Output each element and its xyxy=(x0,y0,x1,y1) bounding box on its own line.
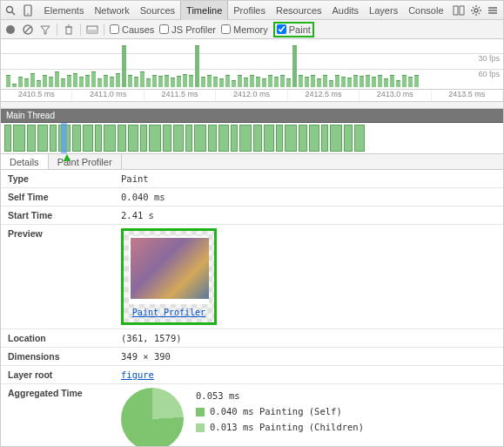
tab-profiles[interactable]: Profiles xyxy=(228,1,271,20)
timeline-ruler: 2410.5 ms2411.0 ms2411.5 ms2412.0 ms2412… xyxy=(1,89,503,101)
layerroot-label: Layer root xyxy=(8,369,121,380)
timeline-overview[interactable]: 30 fps 60 fps 2 xyxy=(1,39,503,102)
main-thread-header: Main Thread xyxy=(1,109,503,123)
layerroot-link[interactable]: figure xyxy=(121,369,154,380)
starttime-label: Start Time xyxy=(8,210,121,220)
dimensions-value: 349 × 390 xyxy=(121,351,171,362)
paint-profiler-link[interactable]: Paint Profiler xyxy=(129,308,209,317)
memory-checkbox[interactable]: Memory xyxy=(221,24,268,35)
svg-line-20 xyxy=(24,26,31,33)
clear-icon[interactable] xyxy=(22,24,34,36)
main-thread-track[interactable]: ▲ xyxy=(1,123,503,154)
svg-line-11 xyxy=(473,7,474,8)
type-label: Type xyxy=(8,173,121,184)
dimensions-label: Dimensions xyxy=(8,351,121,362)
location-label: Location xyxy=(8,333,121,343)
legend-swatch-self xyxy=(196,408,205,417)
search-icon[interactable] xyxy=(4,3,17,17)
svg-point-3 xyxy=(27,13,29,15)
device-icon[interactable] xyxy=(22,3,34,17)
preview-thumbnail xyxy=(131,238,209,299)
arrow-up-icon: ▲ xyxy=(61,150,73,164)
aggregated-legend: 0.053 ms 0.040 ms Painting (Self) 0.013 … xyxy=(196,388,364,435)
aggregated-pie-chart xyxy=(121,388,184,447)
tab-network[interactable]: Network xyxy=(89,1,134,20)
timeline-zoom-strip[interactable] xyxy=(1,102,503,109)
tab-details[interactable]: Details xyxy=(1,154,49,169)
svg-marker-21 xyxy=(41,26,50,34)
tab-timeline[interactable]: Timeline xyxy=(180,1,228,20)
agg-self: 0.040 ms Painting (Self) xyxy=(210,406,342,417)
details-pane: TypePaint Self Time0.040 ms Start Time2.… xyxy=(1,170,503,447)
tab-console[interactable]: Console xyxy=(403,1,448,20)
view-icon[interactable] xyxy=(86,24,98,36)
menu-icon[interactable] xyxy=(487,3,501,18)
preview-label: Preview xyxy=(8,228,121,239)
starttime-value: 2.41 s xyxy=(121,210,154,220)
tab-paint-profiler[interactable]: Paint Profiler xyxy=(49,154,122,169)
timeline-toolbar: Causes JS Profiler Memory Paint xyxy=(1,20,503,39)
type-value: Paint xyxy=(121,173,149,184)
svg-line-1 xyxy=(12,12,15,15)
svg-rect-22 xyxy=(66,27,71,34)
svg-rect-5 xyxy=(460,6,464,15)
causes-checkbox[interactable]: Causes xyxy=(110,24,154,35)
svg-line-14 xyxy=(479,7,480,8)
location-value: (361, 1579) xyxy=(121,333,182,343)
svg-point-0 xyxy=(6,6,12,12)
paint-checkbox[interactable]: Paint xyxy=(273,22,314,37)
trash-icon[interactable] xyxy=(63,24,75,36)
tab-resources[interactable]: Resources xyxy=(271,1,327,20)
tab-layers[interactable]: Layers xyxy=(364,1,403,20)
aggtime-label: Aggregated Time xyxy=(8,388,121,398)
preview-box: Paint Profiler xyxy=(121,228,217,325)
legend-swatch-children xyxy=(196,423,205,432)
agg-total: 0.053 ms xyxy=(196,388,364,403)
svg-point-18 xyxy=(6,25,15,34)
svg-point-6 xyxy=(474,9,478,12)
svg-line-13 xyxy=(473,12,474,13)
tab-elements[interactable]: Elements xyxy=(39,1,90,20)
details-tabs: Details Paint Profiler xyxy=(1,154,503,170)
svg-line-12 xyxy=(479,12,480,13)
timeline-bars xyxy=(6,44,468,87)
selection-highlight xyxy=(61,123,67,153)
tab-audits[interactable]: Audits xyxy=(327,1,365,20)
selftime-value: 0.040 ms xyxy=(121,192,165,202)
gear-icon[interactable] xyxy=(469,3,483,18)
devtools-tabbar: Elements Network Sources Timeline Profil… xyxy=(1,1,503,20)
drawer-icon[interactable] xyxy=(453,3,467,18)
filter-icon[interactable] xyxy=(39,24,51,36)
svg-rect-4 xyxy=(454,6,458,15)
svg-rect-26 xyxy=(87,30,97,33)
jsprofiler-checkbox[interactable]: JS Profiler xyxy=(159,24,216,35)
selftime-label: Self Time xyxy=(8,192,121,202)
tab-sources[interactable]: Sources xyxy=(135,1,180,20)
agg-children: 0.013 ms Painting (Children) xyxy=(210,422,364,432)
record-icon[interactable] xyxy=(4,24,17,36)
